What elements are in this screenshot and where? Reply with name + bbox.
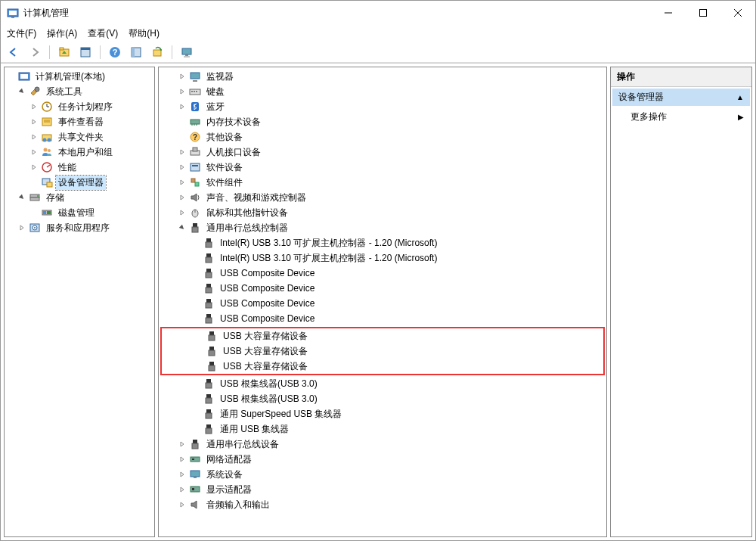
expander-closed-icon[interactable] (177, 147, 187, 157)
device-category-monitors[interactable]: 监视器 (159, 69, 606, 84)
expander-closed-icon[interactable] (17, 222, 27, 233)
up-button[interactable] (56, 44, 73, 61)
device-category-system[interactable]: 系统设备 (159, 467, 606, 482)
expander-open-icon[interactable] (17, 192, 27, 203)
device-category-software-devices[interactable]: 软件设备 (159, 160, 606, 175)
device-item-usb[interactable]: Intel(R) USB 3.10 可扩展主机控制器 - 1.20 (Micro… (159, 235, 606, 250)
expander-icon[interactable] (177, 132, 187, 142)
device-tree-pane[interactable]: 监视器 键盘 蓝牙 内存技术设备 (158, 67, 607, 537)
monitor-button[interactable] (178, 44, 195, 61)
device-category-mice[interactable]: 鼠标和其他指针设备 (159, 205, 606, 220)
actions-pane: 操作 设备管理器 ▲ 更多操作 ▶ (610, 67, 752, 537)
expander-open-icon[interactable] (177, 222, 187, 233)
expander-closed-icon[interactable] (177, 454, 187, 465)
tree-label: 性能 (56, 160, 79, 175)
device-category-hid[interactable]: 人机接口设备 (159, 145, 606, 160)
svg-rect-60 (193, 148, 197, 151)
show-hide-button[interactable] (128, 44, 144, 61)
expander-icon[interactable] (6, 71, 17, 82)
expander-closed-icon[interactable] (177, 499, 187, 510)
device-item-usb[interactable]: USB 大容量存储设备 (162, 344, 603, 359)
svg-rect-97 (191, 457, 200, 462)
expander-closed-icon[interactable] (177, 162, 187, 173)
collapse-up-icon[interactable]: ▲ (736, 93, 744, 101)
device-item-usb[interactable]: USB Composite Device (159, 281, 606, 296)
tree-node-event-viewer[interactable]: 事件查看器 (5, 114, 154, 129)
hid-icon (189, 146, 201, 158)
minimize-button[interactable] (651, 1, 686, 25)
menu-help[interactable]: 帮助(H) (129, 27, 160, 40)
svg-rect-95 (193, 440, 197, 443)
device-category-software-components[interactable]: 软件组件 (159, 175, 606, 190)
tree-label: USB 大容量存储设备 (221, 359, 310, 374)
expander-closed-icon[interactable] (177, 192, 187, 203)
maximize-button[interactable] (686, 1, 720, 25)
expander-closed-icon[interactable] (177, 101, 187, 112)
action-more[interactable]: 更多操作 ▶ (612, 107, 750, 126)
properties-button[interactable] (77, 44, 94, 61)
device-category-bluetooth[interactable]: 蓝牙 (159, 99, 606, 114)
tree-node-local-users[interactable]: 本地用户和组 (5, 145, 154, 160)
actions-section[interactable]: 设备管理器 ▲ (612, 89, 750, 106)
device-category-usb-devices[interactable]: 通用串行总线设备 (159, 437, 606, 452)
menu-file[interactable]: 文件(F) (7, 27, 36, 40)
device-item-usb[interactable]: USB 大容量存储设备 (162, 328, 603, 344)
close-button[interactable] (720, 1, 755, 25)
expander-closed-icon[interactable] (177, 177, 187, 188)
expander-closed-icon[interactable] (29, 132, 39, 142)
device-item-usb[interactable]: 通用 SuperSpeed USB 集线器 (159, 406, 606, 421)
device-item-usb[interactable]: USB Composite Device (159, 266, 606, 281)
tree-node-storage[interactable]: 存储 (5, 190, 154, 205)
device-item-usb[interactable]: Intel(R) USB 3.10 可扩展主机控制器 - 1.20 (Micro… (159, 250, 606, 266)
expander-icon[interactable] (177, 117, 187, 127)
device-category-audio[interactable]: 音频输入和输出 (159, 497, 606, 512)
expander-closed-icon[interactable] (177, 86, 187, 97)
left-nav-pane[interactable]: 计算机管理(本地) 系统工具 任务计划程序 事件查看器 (4, 67, 155, 537)
expander-closed-icon[interactable] (177, 484, 187, 495)
tree-node-shared-folders[interactable]: 共享文件夹 (5, 129, 154, 145)
device-item-usb[interactable]: USB 根集线器(USB 3.0) (159, 376, 606, 391)
tree-node-device-manager[interactable]: 设备管理器 (5, 175, 154, 190)
expander-icon[interactable] (29, 207, 39, 218)
menu-view[interactable]: 查看(V) (88, 27, 118, 40)
expander-closed-icon[interactable] (29, 101, 39, 112)
expander-closed-icon[interactable] (177, 439, 187, 449)
device-item-usb[interactable]: 通用 USB 集线器 (159, 421, 606, 437)
device-item-usb[interactable]: USB Composite Device (159, 311, 606, 326)
expander-icon[interactable] (29, 177, 39, 188)
svg-rect-64 (195, 182, 199, 186)
expander-closed-icon[interactable] (29, 147, 39, 157)
software-component-icon (189, 176, 201, 188)
device-item-usb[interactable]: USB Composite Device (159, 296, 606, 311)
expander-closed-icon[interactable] (177, 71, 187, 82)
forward-button[interactable] (26, 44, 43, 61)
device-item-usb[interactable]: USB 根集线器(USB 3.0) (159, 391, 606, 406)
device-category-other[interactable]: ? 其他设备 (159, 129, 606, 145)
network-icon (189, 453, 201, 465)
expander-closed-icon[interactable] (29, 162, 39, 173)
tree-node-services-apps[interactable]: 服务和应用程序 (5, 220, 154, 235)
svg-rect-2 (11, 17, 14, 18)
expander-closed-icon[interactable] (177, 207, 187, 218)
back-button[interactable] (5, 44, 22, 61)
expander-closed-icon[interactable] (29, 117, 39, 127)
expander-closed-icon[interactable] (177, 469, 187, 480)
device-category-memory[interactable]: 内存技术设备 (159, 114, 606, 129)
svg-rect-83 (209, 347, 214, 350)
tree-node-root[interactable]: 计算机管理(本地) (5, 69, 154, 84)
tree-node-performance[interactable]: 性能 (5, 160, 154, 175)
menu-action[interactable]: 操作(A) (47, 27, 77, 40)
help-button[interactable]: ? (107, 44, 123, 61)
tree-node-system-tools[interactable]: 系统工具 (5, 84, 154, 99)
svg-rect-51 (196, 91, 197, 92)
expander-open-icon[interactable] (17, 86, 27, 97)
refresh-button[interactable] (149, 44, 166, 61)
device-category-display[interactable]: 显示适配器 (159, 482, 606, 497)
device-item-usb[interactable]: USB 大容量存储设备 (162, 359, 603, 374)
device-category-usb-controllers[interactable]: 通用串行总线控制器 (159, 220, 606, 235)
device-category-sound[interactable]: 声音、视频和游戏控制器 (159, 190, 606, 205)
tree-node-disk-mgmt[interactable]: 磁盘管理 (5, 205, 154, 220)
device-category-keyboards[interactable]: 键盘 (159, 84, 606, 99)
tree-node-task-scheduler[interactable]: 任务计划程序 (5, 99, 154, 114)
device-category-network[interactable]: 网络适配器 (159, 452, 606, 467)
